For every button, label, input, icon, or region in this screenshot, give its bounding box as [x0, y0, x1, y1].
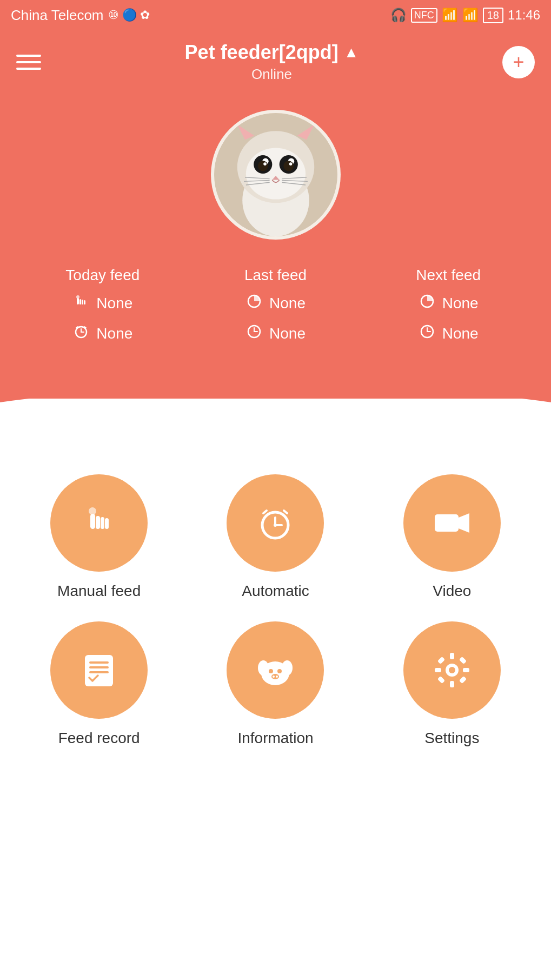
information-label: Information: [237, 730, 313, 747]
time-label: 11:46: [508, 8, 540, 23]
last-feed-title: Last feed: [244, 267, 307, 284]
svg-point-41: [89, 507, 96, 515]
wave-divider: [0, 399, 551, 442]
next-feed-title: Next feed: [416, 267, 481, 284]
carrier-icons: ⑩ 🔵 ✿: [108, 8, 150, 22]
feed-record-item[interactable]: Feed record: [16, 621, 182, 747]
svg-rect-69: [450, 681, 454, 687]
last-pie-icon: [245, 293, 263, 314]
svg-rect-55: [89, 661, 109, 664]
svg-point-13: [283, 161, 294, 171]
today-feed-row-2: None: [72, 323, 132, 345]
svg-rect-52: [435, 514, 459, 532]
svg-rect-45: [105, 518, 109, 529]
signal-icon: 📶: [462, 8, 479, 23]
header-title-block: Pet feeder[2qpd] ▲ Online: [185, 41, 359, 83]
svg-rect-26: [82, 300, 83, 304]
svg-point-61: [269, 669, 273, 673]
information-item[interactable]: Information: [192, 621, 358, 747]
today-feed-row-1: None: [72, 293, 132, 314]
video-circle: [403, 474, 501, 572]
action-section: Manual feed Automatic: [0, 442, 551, 769]
status-right: 🎧 NFC 📶 📶 18 11:46: [390, 8, 540, 23]
svg-point-59: [258, 660, 269, 676]
add-device-button[interactable]: +: [502, 46, 535, 78]
svg-rect-54: [85, 655, 113, 686]
next-clock-icon: [419, 323, 436, 345]
app-title: Pet feeder[2qpd] ▲: [185, 41, 359, 64]
feed-record-label: Feed record: [58, 730, 140, 747]
svg-rect-24: [77, 298, 79, 304]
video-item[interactable]: Video: [369, 474, 535, 600]
expand-icon[interactable]: ▲: [344, 44, 359, 61]
today-feed-value-2: None: [96, 325, 132, 342]
status-bar: China Telecom ⑩ 🔵 ✿ 🎧 NFC 📶 📶 18 11:46: [0, 0, 551, 30]
feed-record-circle: [50, 621, 148, 719]
menu-button[interactable]: [16, 55, 41, 70]
svg-point-14: [263, 162, 267, 165]
today-alarm-icon: [72, 323, 90, 345]
next-feed-row-1: None: [419, 293, 479, 314]
status-left: China Telecom ⑩ 🔵 ✿: [11, 7, 150, 24]
information-circle: [227, 621, 324, 719]
svg-marker-53: [459, 513, 469, 533]
last-clock-icon: [245, 323, 263, 345]
settings-circle: [403, 621, 501, 719]
next-feed-value-1: None: [442, 295, 479, 312]
last-feed-row-1: None: [245, 293, 306, 314]
device-status: Online: [185, 66, 359, 83]
gear-icon: [430, 648, 474, 692]
settings-item[interactable]: Settings: [369, 621, 535, 747]
automatic-item[interactable]: Automatic: [192, 474, 358, 600]
svg-rect-44: [101, 517, 104, 529]
svg-rect-75: [459, 676, 467, 684]
hero-section: Today feed None: [0, 94, 551, 399]
manual-feed-item[interactable]: Manual feed: [16, 474, 182, 600]
wifi-icon: 📶: [442, 8, 458, 23]
svg-rect-74: [437, 676, 445, 684]
manual-feed-label: Manual feed: [57, 582, 141, 600]
next-feed-column: Next feed None Non: [367, 267, 529, 345]
svg-point-60: [282, 660, 293, 676]
svg-rect-27: [84, 300, 85, 304]
carrier-label: China Telecom: [11, 7, 104, 24]
svg-rect-71: [463, 668, 469, 672]
svg-point-15: [289, 162, 292, 165]
automatic-circle: [227, 474, 324, 572]
svg-point-67: [449, 667, 455, 673]
last-feed-row-2: None: [245, 323, 306, 345]
settings-label: Settings: [424, 730, 479, 747]
svg-line-50: [284, 511, 287, 513]
video-label: Video: [433, 582, 471, 600]
battery-icon: 18: [483, 8, 503, 23]
headphone-icon: 🎧: [390, 8, 407, 23]
hand-icon: [77, 501, 121, 545]
today-feed-column: Today feed None: [22, 267, 184, 345]
svg-line-49: [263, 511, 267, 513]
pet-icon: [254, 648, 297, 692]
svg-rect-42: [90, 514, 95, 529]
last-feed-column: Last feed None Non: [195, 267, 357, 345]
video-icon: [430, 501, 474, 545]
pet-image: [214, 113, 337, 236]
svg-point-51: [274, 524, 277, 527]
today-feed-value-1: None: [96, 295, 132, 312]
feed-info-grid: Today feed None: [11, 267, 540, 366]
svg-point-64: [273, 676, 275, 678]
hand-feed-icon: [72, 293, 90, 314]
next-feed-row-2: None: [419, 323, 479, 345]
svg-rect-68: [450, 653, 454, 659]
svg-rect-70: [435, 668, 441, 672]
svg-rect-72: [437, 657, 445, 664]
app-header: Pet feeder[2qpd] ▲ Online +: [0, 30, 551, 94]
svg-rect-73: [459, 657, 467, 664]
alarm-clock-icon: [254, 501, 297, 545]
pet-avatar-container: [11, 110, 540, 240]
last-feed-value-2: None: [269, 325, 306, 342]
automatic-label: Automatic: [242, 582, 309, 600]
svg-rect-25: [79, 299, 81, 304]
svg-point-12: [257, 161, 268, 171]
svg-point-62: [277, 669, 282, 673]
svg-rect-56: [89, 666, 109, 668]
svg-rect-57: [89, 671, 109, 673]
